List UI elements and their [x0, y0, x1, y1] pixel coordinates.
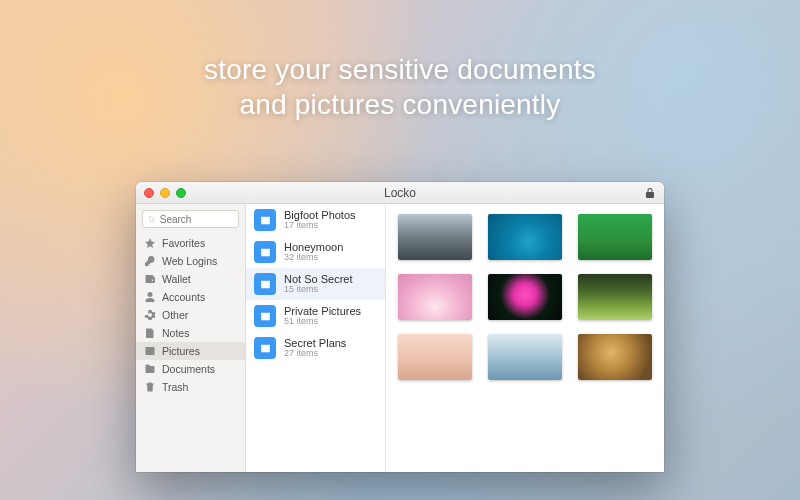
sidebar-item-notes[interactable]: Notes: [136, 324, 245, 342]
search-input[interactable]: [160, 214, 233, 225]
album-count: 27 items: [284, 349, 346, 359]
album-item[interactable]: Honeymoon 32 items: [246, 236, 385, 268]
sidebar-item-label: Other: [162, 309, 188, 321]
photo-thumbnail[interactable]: [578, 274, 652, 320]
sidebar-item-documents[interactable]: Documents: [136, 360, 245, 378]
album-item[interactable]: Bigfoot Photos 17 items: [246, 204, 385, 236]
album-count: 51 items: [284, 317, 361, 327]
photo-thumbnail[interactable]: [488, 274, 562, 320]
app-window: Locko Favorites Web Logins: [136, 182, 664, 472]
photo-thumbnail[interactable]: [398, 334, 472, 380]
sidebar-item-pictures[interactable]: Pictures: [136, 342, 245, 360]
titlebar[interactable]: Locko: [136, 182, 664, 204]
note-icon: [144, 327, 156, 339]
wallet-icon: [144, 273, 156, 285]
star-icon: [144, 237, 156, 249]
photo-thumbnail[interactable]: [398, 274, 472, 320]
person-icon: [144, 291, 156, 303]
photo-thumbnail[interactable]: [578, 214, 652, 260]
album-item[interactable]: Not So Secret 15 items: [246, 268, 385, 300]
search-field[interactable]: [142, 210, 239, 228]
sidebar-item-label: Web Logins: [162, 255, 217, 267]
album-item[interactable]: Private Pictures 51 items: [246, 300, 385, 332]
sidebar-item-label: Trash: [162, 381, 188, 393]
album-count: 15 items: [284, 285, 352, 295]
album-item[interactable]: Secret Plans 27 items: [246, 332, 385, 364]
gear-icon: [144, 309, 156, 321]
photo-thumbnail[interactable]: [488, 214, 562, 260]
folder-icon: [144, 363, 156, 375]
sidebar-item-wallet[interactable]: Wallet: [136, 270, 245, 288]
album-count: 32 items: [284, 253, 343, 263]
thumbnail-gallery: [386, 204, 664, 472]
album-picture-icon: [254, 241, 276, 263]
album-picture-icon: [254, 337, 276, 359]
key-icon: [144, 255, 156, 267]
tagline-line1: store your sensitive documents: [204, 54, 596, 85]
album-picture-icon: [254, 305, 276, 327]
window-title: Locko: [136, 186, 664, 200]
sidebar-item-label: Wallet: [162, 273, 191, 285]
sidebar-item-label: Documents: [162, 363, 215, 375]
sidebar-item-label: Favorites: [162, 237, 205, 249]
sidebar-item-label: Pictures: [162, 345, 200, 357]
sidebar-item-trash[interactable]: Trash: [136, 378, 245, 396]
album-count: 17 items: [284, 221, 356, 231]
photo-thumbnail[interactable]: [488, 334, 562, 380]
sidebar: Favorites Web Logins Wallet Accounts Oth…: [136, 204, 246, 472]
sidebar-item-favorites[interactable]: Favorites: [136, 234, 245, 252]
album-picture-icon: [254, 209, 276, 231]
trash-icon: [144, 381, 156, 393]
search-icon: [148, 215, 156, 224]
tagline-line2: and pictures conveniently: [240, 89, 561, 120]
album-picture-icon: [254, 273, 276, 295]
photo-thumbnail[interactable]: [578, 334, 652, 380]
sidebar-item-label: Notes: [162, 327, 189, 339]
sidebar-item-label: Accounts: [162, 291, 205, 303]
photo-thumbnail[interactable]: [398, 214, 472, 260]
sidebar-item-web-logins[interactable]: Web Logins: [136, 252, 245, 270]
sidebar-item-accounts[interactable]: Accounts: [136, 288, 245, 306]
promo-tagline: store your sensitive documents and pictu…: [0, 52, 800, 122]
album-list: Bigfoot Photos 17 items Honeymoon 32 ite…: [246, 204, 386, 472]
sidebar-item-other[interactable]: Other: [136, 306, 245, 324]
picture-icon: [144, 345, 156, 357]
